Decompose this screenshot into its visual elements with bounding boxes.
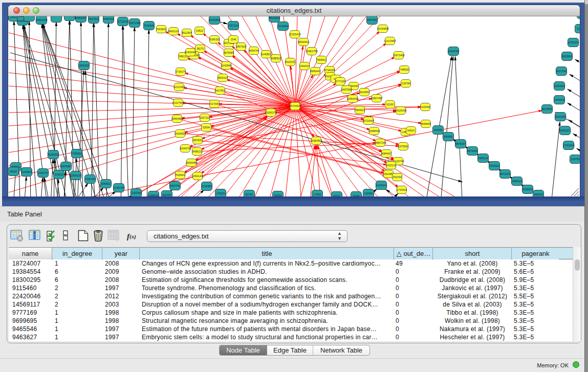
svg-text:9227342: 9227342 [556,70,567,73]
svg-text:417006: 417006 [210,102,219,105]
svg-text:14136141: 14136141 [375,184,387,187]
svg-text:120954: 120954 [364,192,373,195]
svg-text:17493: 17493 [314,193,321,196]
svg-text:1615132: 1615132 [386,164,396,167]
svg-text:2687682: 2687682 [367,18,377,21]
svg-text:3498222: 3498222 [192,150,202,153]
svg-text:82752: 82752 [246,193,253,196]
svg-text:16961758: 16961758 [306,50,317,53]
svg-text:17016504: 17016504 [562,144,574,147]
svg-text:62160: 62160 [386,103,394,106]
svg-text:3624554: 3624554 [359,91,369,94]
svg-text:9084067: 9084067 [381,152,391,155]
svg-text:20364436: 20364436 [346,97,358,100]
svg-text:19654985: 19654985 [171,117,183,120]
svg-text:19099489: 19099489 [185,161,197,164]
svg-text:3716485: 3716485 [202,185,212,188]
svg-text:39154: 39154 [10,170,17,173]
svg-text:12505135: 12505135 [70,174,81,177]
svg-text:962450: 962450 [162,193,171,196]
svg-text:1244415: 1244415 [554,98,564,101]
svg-text:2905334: 2905334 [79,64,89,67]
svg-text:1733426: 1733426 [397,188,407,191]
svg-text:1362615: 1362615 [299,64,310,68]
svg-text:10025435: 10025435 [395,109,406,112]
svg-text:164095: 164095 [433,128,442,132]
svg-text:(x): (x) [129,233,136,240]
svg-text:8427552: 8427552 [215,89,225,92]
svg-text:114519: 114519 [55,173,63,176]
svg-text:16154838: 16154838 [377,27,388,30]
svg-text:175025: 175025 [216,192,225,195]
svg-text:94923: 94923 [407,129,415,132]
svg-text:15692971: 15692971 [559,129,571,132]
svg-text:12213967: 12213967 [384,39,396,42]
svg-text:18640910: 18640910 [297,40,309,43]
svg-text:38275: 38275 [197,47,204,50]
svg-text:16033809: 16033809 [208,18,220,21]
svg-text:8215955: 8215955 [542,107,552,111]
svg-text:129784: 129784 [401,82,410,85]
svg-text:9115460: 9115460 [420,105,430,108]
svg-text:7663822: 7663822 [156,28,166,31]
svg-text:19384554: 19384554 [310,139,322,142]
svg-text:8322037: 8322037 [285,60,295,63]
svg-text:8471676: 8471676 [500,172,510,176]
svg-text:9777169: 9777169 [335,80,345,83]
svg-text:116753: 116753 [571,158,580,161]
svg-text:10046798: 10046798 [179,147,191,150]
svg-text:19035: 19035 [10,16,18,18]
svg-text:18724007: 18724007 [289,104,301,107]
svg-text:7863622: 7863622 [355,108,365,112]
svg-text:6734028: 6734028 [324,69,335,72]
svg-text:12325419: 12325419 [289,33,300,36]
svg-text:9457791: 9457791 [170,184,180,187]
svg-text:10958117: 10958117 [100,182,112,185]
svg-text:22420046: 22420046 [184,51,196,54]
svg-text:12213363: 12213363 [173,85,185,89]
svg-text:8813054: 8813054 [269,16,279,19]
svg-text:7357224: 7357224 [228,24,238,27]
svg-text:11156829: 11156829 [21,170,32,173]
svg-text:17957255: 17957255 [84,178,96,181]
svg-text:10719155: 10719155 [117,20,128,23]
svg-text:7625402: 7625402 [175,173,185,177]
svg-text:20691406: 20691406 [35,18,47,21]
svg-text:30975867: 30975867 [60,165,72,168]
svg-text:19166825: 19166825 [174,132,186,135]
svg-text:482502: 482502 [534,193,542,196]
svg-text:12323446: 12323446 [130,191,142,194]
svg-text:17359924: 17359924 [71,152,82,155]
svg-text:748500: 748500 [400,68,408,71]
svg-text:9146821: 9146821 [261,53,271,56]
svg-text:7515546: 7515546 [144,24,154,27]
svg-text:11172: 11172 [577,27,580,30]
svg-text:9660124: 9660124 [168,30,179,33]
svg-text:1527602: 1527602 [89,17,99,20]
svg-text:1691144: 1691144 [192,174,203,178]
svg-text:252254: 252254 [393,176,401,179]
svg-text:3875685: 3875685 [224,51,234,54]
svg-text:16671385: 16671385 [128,21,140,25]
svg-text:10688609: 10688609 [368,129,380,133]
svg-text:7955812: 7955812 [316,58,326,61]
svg-text:16782759: 16782759 [113,186,124,189]
svg-text:8186328: 8186328 [209,38,220,41]
svg-text:6497508: 6497508 [341,88,352,91]
svg-text:6466160: 6466160 [103,17,114,20]
svg-text:12342737: 12342737 [37,171,49,174]
svg-text:1588520: 1588520 [271,57,281,60]
svg-text:10973493: 10973493 [393,54,404,57]
svg-text:2867608: 2867608 [236,45,246,48]
svg-text:10107553: 10107553 [172,101,184,104]
svg-text:7632621: 7632621 [489,164,499,167]
svg-text:10654112: 10654112 [511,180,523,183]
svg-text:3267110: 3267110 [200,116,210,119]
svg-text:12093822: 12093822 [553,84,565,87]
svg-text:10807487: 10807487 [371,97,382,100]
svg-text:10853257: 10853257 [75,16,86,19]
svg-text:2935114: 2935114 [478,157,488,160]
svg-text:9329966: 9329966 [562,55,572,58]
svg-text:2803144: 2803144 [217,76,228,79]
svg-text:6879197: 6879197 [455,142,466,145]
